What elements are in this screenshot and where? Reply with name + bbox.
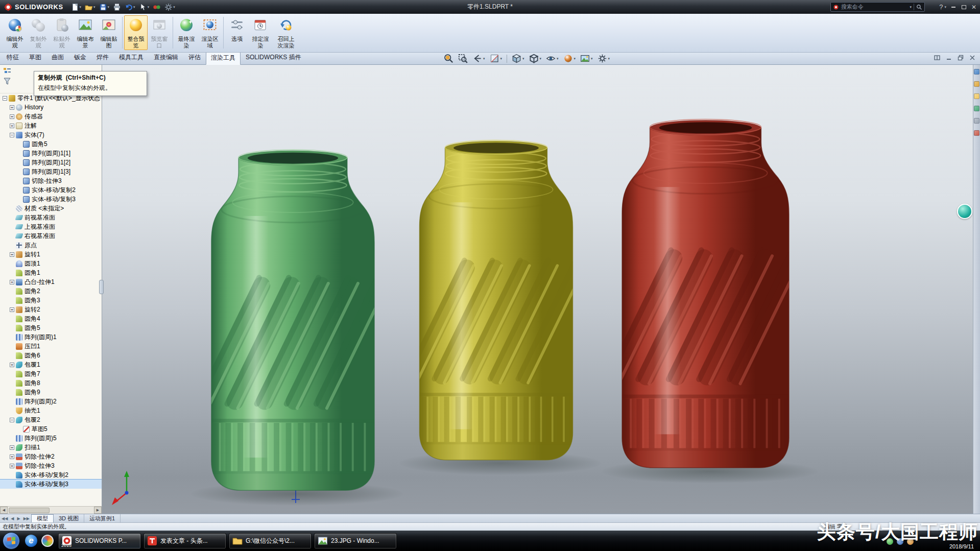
tree-item[interactable]: 圆角7 bbox=[0, 369, 102, 378]
tree-expand-icon[interactable]: + bbox=[10, 363, 14, 367]
tab-scroll-left-icon[interactable]: ◀ bbox=[9, 516, 15, 521]
tree-item[interactable]: 阵列(圆周)5 bbox=[0, 434, 102, 443]
tree-item[interactable]: +凸台-拉伸1 bbox=[0, 277, 102, 286]
tab-钣金[interactable]: 钣金 bbox=[69, 51, 91, 64]
docwin-restore-icon[interactable] bbox=[957, 54, 964, 63]
tree-item[interactable]: 圆顶1 bbox=[0, 259, 102, 268]
tree-item[interactable]: 阵列(圆周)2 bbox=[0, 397, 102, 406]
tree-item[interactable]: 材质 <未指定> bbox=[0, 204, 102, 213]
file-explorer-icon[interactable] bbox=[974, 93, 979, 99]
view-orientation-button[interactable]: ▾ bbox=[512, 54, 524, 63]
tree-item[interactable]: +History bbox=[0, 103, 102, 112]
tree-item[interactable]: 圆角9 bbox=[0, 388, 102, 397]
ribbon-button-paste-appearance[interactable]: 粘贴外观 bbox=[50, 15, 74, 50]
tree-item[interactable]: 圆角2 bbox=[0, 286, 102, 296]
tree-item[interactable]: +旋转1 bbox=[0, 250, 102, 259]
tree-expand-icon[interactable]: + bbox=[10, 114, 14, 119]
bottle-yellow[interactable] bbox=[416, 134, 577, 467]
tree-item[interactable]: 圆角8 bbox=[0, 378, 102, 388]
ribbon-button-schedule-render[interactable]: 排定渲染 bbox=[249, 15, 272, 50]
start-button[interactable] bbox=[3, 532, 20, 549]
floating-badge[interactable] bbox=[957, 204, 972, 219]
options-button[interactable]: ▾ bbox=[163, 2, 177, 12]
tree-item[interactable]: 抽壳1 bbox=[0, 406, 102, 415]
tree-expand-icon[interactable]: + bbox=[10, 252, 14, 257]
ribbon-button-edit-scene[interactable]: 编辑布景 bbox=[74, 15, 97, 50]
bottle-red[interactable] bbox=[618, 112, 793, 475]
ribbon-button-edit-decal[interactable]: 编辑贴图 bbox=[97, 15, 121, 50]
appearances-icon[interactable] bbox=[974, 106, 979, 111]
zoom-area-button[interactable] bbox=[458, 54, 468, 63]
new-button[interactable]: ▾ bbox=[69, 2, 83, 12]
tree-expand-icon[interactable]: + bbox=[10, 454, 14, 459]
viewport-3d[interactable] bbox=[102, 65, 973, 514]
resources-icon[interactable] bbox=[974, 69, 979, 75]
bottle-yellow[interactable] bbox=[416, 134, 577, 465]
tab-曲面[interactable]: 曲面 bbox=[46, 51, 69, 64]
tree-item[interactable]: 圆角4 bbox=[0, 314, 102, 323]
minimize-button[interactable] bbox=[948, 3, 959, 12]
tree-expand-icon[interactable]: + bbox=[10, 280, 14, 284]
ribbon-button-edit-appearance[interactable]: 编辑外观 bbox=[3, 15, 27, 50]
tree-item[interactable]: +注解 bbox=[0, 121, 102, 130]
tab-SOLIDWORKS 插件[interactable]: SOLIDWORKS 插件 bbox=[241, 51, 306, 64]
display-style-button[interactable]: ▾ bbox=[529, 54, 542, 63]
section-view-button[interactable]: ▾ bbox=[490, 54, 503, 63]
tab-草图[interactable]: 草图 bbox=[24, 51, 46, 64]
taskbar-app-folder[interactable]: G:\微信公众号\2... bbox=[229, 533, 312, 549]
command-search[interactable]: 搜索命令 ▾ bbox=[830, 2, 925, 12]
taskbar-app-toutiao[interactable]: 发表文章 - 头条... bbox=[144, 533, 226, 549]
doc-tab-运动算例1[interactable]: 运动算例1 bbox=[84, 514, 121, 522]
tab-特征[interactable]: 特征 bbox=[2, 51, 24, 64]
tree-expand-icon[interactable]: + bbox=[10, 105, 14, 110]
tree-item[interactable]: 切除-拉伸3 bbox=[0, 176, 102, 185]
panel-splitter-handle[interactable] bbox=[99, 280, 104, 294]
view-settings-button[interactable]: ▾ bbox=[597, 54, 610, 63]
tree-item[interactable]: 前视基准面 bbox=[0, 213, 102, 222]
tab-直接编辑[interactable]: 直接编辑 bbox=[149, 51, 183, 64]
docwin-minimize-icon[interactable] bbox=[945, 54, 952, 63]
tree-item[interactable]: 实体-移动/复制3 bbox=[0, 195, 102, 204]
tree-item[interactable]: 实体-移动/复制2 bbox=[0, 470, 102, 480]
tree-expand-icon[interactable]: + bbox=[10, 464, 14, 468]
edit-appearance-button[interactable]: ▾ bbox=[563, 54, 576, 63]
maximize-button[interactable] bbox=[959, 3, 969, 12]
tree-item[interactable]: 阵列(圆周)1 bbox=[0, 332, 102, 342]
tree-item[interactable]: 圆角6 bbox=[0, 351, 102, 360]
scroll-right-icon[interactable]: ▶ bbox=[94, 507, 102, 514]
tree-item[interactable]: −实体(7) bbox=[0, 130, 102, 139]
tree-item[interactable]: 圆角5 bbox=[0, 139, 102, 149]
ribbon-button-integrated-preview[interactable]: 整合预览 bbox=[124, 15, 148, 50]
forum-icon[interactable] bbox=[974, 130, 979, 136]
tree-expand-icon[interactable]: + bbox=[10, 124, 14, 128]
tree-item[interactable]: 原点 bbox=[0, 241, 102, 250]
tree-item[interactable]: 阵列(圆周)1[2] bbox=[0, 158, 102, 167]
tree-item[interactable]: 右视基准面 bbox=[0, 231, 102, 241]
tree-item[interactable]: 上视基准面 bbox=[0, 222, 102, 231]
tab-渲染工具[interactable]: 渲染工具 bbox=[206, 52, 241, 65]
browser-quicklaunch-icon[interactable]: e bbox=[25, 534, 38, 547]
taskbar-app-photo[interactable]: 23.JPG - Windo... bbox=[314, 533, 397, 549]
close-button[interactable]: ✕ bbox=[969, 3, 979, 12]
globe-quicklaunch-icon[interactable] bbox=[41, 534, 54, 547]
ribbon-button-final-render[interactable]: 最终渲染 bbox=[175, 15, 198, 50]
ribbon-button-render-region[interactable]: 渲染区域 bbox=[198, 15, 222, 50]
tree-item[interactable]: 圆角1 bbox=[0, 268, 102, 277]
tree-item[interactable]: 压凹1 bbox=[0, 342, 102, 351]
tree-item[interactable]: 实体-移动/复制2 bbox=[0, 185, 102, 195]
search-caret-icon[interactable]: ▾ bbox=[910, 5, 912, 9]
print-button[interactable] bbox=[111, 2, 123, 12]
tree-item[interactable]: 阵列(圆周)1[3] bbox=[0, 167, 102, 176]
tab-评估[interactable]: 评估 bbox=[183, 51, 206, 64]
search-icon[interactable] bbox=[916, 4, 922, 10]
tree-item[interactable]: +传感器 bbox=[0, 112, 102, 121]
undo-button[interactable]: ▾ bbox=[123, 2, 137, 12]
tree-horizontal-scrollbar[interactable]: ◀ ▶ bbox=[0, 506, 102, 514]
filter-funnel-icon[interactable] bbox=[3, 77, 11, 85]
zoom-fit-button[interactable] bbox=[444, 54, 453, 63]
tree-item[interactable]: +切除-拉伸2 bbox=[0, 452, 102, 461]
tab-scroll-right-icon[interactable]: ▶ bbox=[15, 516, 21, 521]
tree-item[interactable]: +包覆1 bbox=[0, 360, 102, 369]
tab-焊件[interactable]: 焊件 bbox=[91, 51, 114, 64]
tree-item[interactable]: 实体-移动/复制3 bbox=[0, 480, 102, 489]
